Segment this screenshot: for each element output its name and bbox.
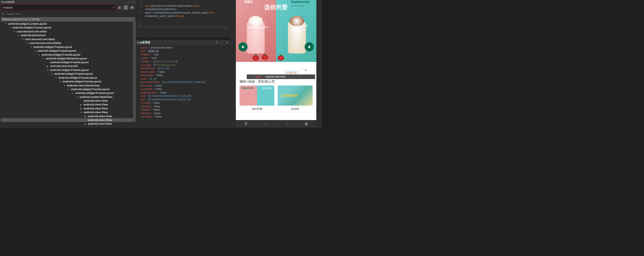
tree-node[interactable]: ▼ com.tencent.mm:id/dbq (1, 41, 135, 45)
log-prop: scale : [1, 1] (138, 77, 228, 81)
log-prop: checkable : False (138, 74, 228, 77)
nav-power-icon[interactable]: ⏻ (296, 120, 316, 127)
strawberry-icon (262, 54, 268, 60)
poco-title: Poco辅助窗 (1, 0, 14, 4)
tree-node[interactable]: ▼ android.widget.RelativeLayout (1, 57, 135, 60)
log-prop: text : 收藏卡面 (138, 50, 228, 53)
device-navbar: ☰ ⌂ 〈 ⏻ (236, 120, 316, 127)
tree-node[interactable]: ▼ android.view.View (1, 110, 135, 114)
maximize-icon[interactable]: □ (127, 1, 130, 3)
middle-column: 678910 from poco.drivers.android.uiautom… (136, 0, 230, 128)
lock-icon[interactable] (117, 5, 122, 10)
tree-node[interactable]: android.view.View (1, 99, 135, 103)
inspector-tooltip: Other android.view.View (247, 74, 315, 79)
tag-rich: 浓郁 (292, 19, 301, 24)
log-prop: dismissable : False (138, 70, 228, 74)
tree-node[interactable]: ▼ android.widget.FrameLayout (1, 26, 135, 30)
tree-node[interactable]: android.widget.FrameLayout (1, 60, 135, 64)
card-image (278, 86, 312, 106)
tree-node[interactable]: ▼ android.widget.FrameLayout (1, 72, 135, 76)
tree-node[interactable]: ▼ android.widget.LinearLayout (1, 22, 135, 26)
card-list: 选你所爱 放假啦 (236, 86, 316, 112)
log-titlebar: Log查看窗 ▼ □ ✕ (136, 40, 230, 45)
tree-node[interactable]: ▶ android.view.View (1, 103, 135, 106)
tree-node[interactable]: ▶ com.tencent.mm:id/f (1, 64, 135, 68)
log-prop: size : [0.14444444444444443, 0.028125] (138, 94, 228, 98)
nav-back-icon[interactable]: 〈 (276, 120, 296, 127)
log-prop: longClickable : False (138, 91, 228, 94)
log-prop: pos : [0.7444444444444445, 0.6578125] (138, 98, 228, 102)
tooltip-class: android.view.View (266, 75, 286, 78)
log-view[interactable]: name : android.view.View text : 收藏卡面 ena… (136, 45, 230, 128)
maximize-icon[interactable]: □ (220, 40, 224, 44)
log-prop: scrollable : False (138, 115, 228, 118)
tree-node[interactable]: ▼ android.widget.FrameLayout (1, 80, 135, 84)
log-prop: zOrders : {'global': 0, 'local': 0} (138, 60, 228, 63)
device-panel: 用星说 frappuccino blended beverage 选你所爱 清新… (230, 0, 322, 128)
tree-node[interactable]: ▼ android.view.ViewGroup (1, 84, 135, 88)
card-image (240, 86, 274, 106)
log-prop: focused : False (138, 101, 228, 105)
nav-home-icon[interactable]: ⌂ (256, 120, 276, 127)
log-prop: checked : False (138, 105, 228, 108)
log-prop: enabled : True (138, 53, 228, 56)
hero-banner: 用星说 frappuccino blended beverage 选你所爱 清新… (236, 0, 316, 62)
strawberry-icon (278, 55, 284, 61)
card-title: 选你所爱 (240, 106, 274, 112)
tree-node[interactable]: ▼ com.tencent.mm:id/a3 (1, 38, 135, 41)
hero-title: 选你所爱 (264, 3, 288, 11)
starbucks-logo-icon: ★ (238, 42, 248, 52)
tree-node[interactable]: ▶ android.view.View (1, 122, 135, 126)
tree-node[interactable]: ▶ android.view.View (1, 114, 135, 118)
tree-node[interactable]: ▼ com.tencent.mm:id/kb (1, 30, 135, 34)
tree-node[interactable]: ▼ android.widget.FrameLayout (1, 68, 135, 72)
gift-card-1[interactable]: 选你所爱 (240, 86, 274, 112)
log-title: Log查看窗 (137, 40, 150, 44)
platform-select[interactable]: Android ▼ (1, 4, 116, 10)
tree-scrollbar[interactable] (133, 22, 136, 128)
gift-card-2[interactable]: 放假啦 (278, 86, 312, 112)
tree-node[interactable]: ▼ android.webkit.WebView (1, 95, 135, 99)
tree-node[interactable]: ▼ android.widget.FrameLayout (1, 91, 135, 95)
drink-name-right: 马达加斯加香草 摩卡星冰乐® (289, 24, 308, 32)
strawberry-icon (252, 55, 259, 61)
tree-node[interactable]: android.view.View (1, 118, 135, 122)
close-icon[interactable]: ✕ (225, 40, 229, 44)
poco-panel: Poco辅助窗 □ ✕ Android ▼ Refresh:[2019-07-1… (0, 0, 136, 128)
log-prop: name : android.view.View (138, 46, 228, 50)
log-prop: touchable : False (138, 88, 228, 91)
drink-name-left: 草莓酸奶星冰乐® (248, 26, 269, 29)
refresh-icon[interactable] (123, 5, 128, 10)
tree-node[interactable]: ▼ android.widget.FrameLayout (1, 45, 135, 49)
tag-fresh: 清新 (252, 19, 262, 24)
device-screen[interactable]: 用星说 frappuccino blended beverage 选你所爱 清新… (236, 0, 316, 127)
tree-node[interactable]: ▼ android.widget.FrameLayout (1, 49, 135, 53)
log-prop: boundsInParent : [0.04814814814814815, 0… (138, 80, 228, 84)
tree-node[interactable]: ▼ android.widget.FrameLayout (1, 53, 135, 57)
card-bar: 收藏卡面 Other android.view.View (236, 62, 316, 76)
log-prop: focusable : False (138, 84, 228, 88)
code-source[interactable]: from poco.drivers.android.uiautomation i… (144, 0, 230, 38)
search-row (0, 11, 136, 17)
card-title: 放假啦 (278, 106, 312, 112)
filter-icon[interactable]: ▼ (215, 40, 219, 44)
log-prop: package : b'com.tencent.mm' (138, 63, 228, 67)
platform-value: Android (3, 6, 12, 9)
gutter: 678910 (136, 0, 144, 38)
tree-node[interactable]: ▼ android.widget.FrameLayout (1, 88, 135, 91)
hierarchy-tree[interactable]: ▼ android.widget.LinearLayout▼ android.w… (0, 22, 136, 128)
nav-menu-icon[interactable]: ☰ (236, 120, 256, 127)
search-input[interactable] (6, 12, 134, 16)
search-icon (2, 12, 4, 15)
close-icon[interactable]: ✕ (132, 1, 135, 4)
refresh-timestamp: Refresh:[2019-07-10 11:39:55] (1, 17, 135, 22)
camera-icon[interactable] (130, 5, 135, 10)
hero-brand-right: frappuccino blended beverage (291, 0, 310, 7)
tree-node[interactable]: ▼ android.widget.FrameLayout (1, 76, 135, 80)
tree-node[interactable]: ▶ android.view.View (1, 107, 135, 110)
tree-node[interactable]: ▼ android:id/content (1, 34, 135, 37)
log-prop: visible : True (138, 56, 228, 60)
log-prop: editalbe : False (138, 108, 228, 112)
envelope-icon[interactable] (300, 70, 306, 74)
code-editor[interactable]: 678910 from poco.drivers.android.uiautom… (136, 0, 230, 38)
